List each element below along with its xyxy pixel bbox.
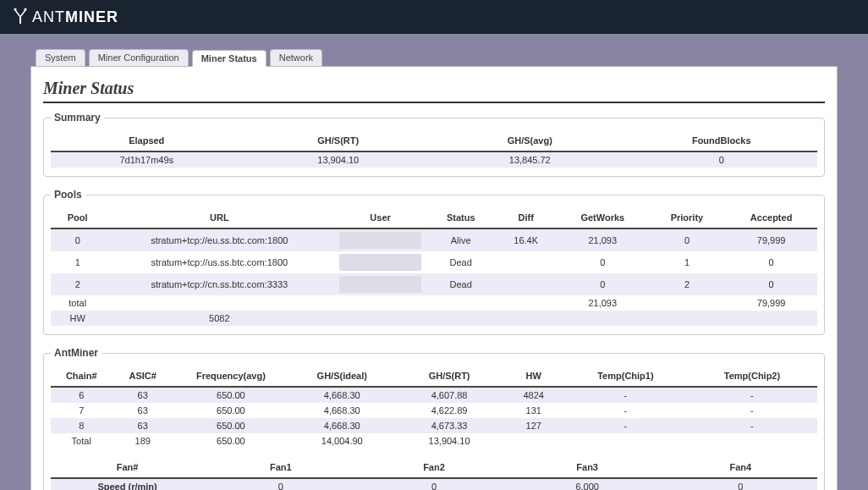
fan-header: Fan# bbox=[51, 457, 204, 478]
pools-cell: 0 bbox=[649, 228, 726, 251]
chain-cell: 4,673.33 bbox=[396, 418, 503, 433]
pools-cell: 0 bbox=[725, 251, 817, 273]
table-row: 663650.004,668.304,607.884824-- bbox=[51, 387, 817, 403]
pools-cell bbox=[495, 295, 556, 311]
pools-cell bbox=[649, 295, 726, 311]
pools-cell: 2 bbox=[649, 273, 726, 295]
svg-point-1 bbox=[24, 8, 26, 10]
pools-table: Pool URL User Status Diff GetWorks Prior… bbox=[51, 207, 817, 326]
fan-row-label: Speed (r/min) bbox=[51, 478, 204, 490]
pools-cell bbox=[426, 311, 496, 326]
chain-header: GH/S(RT) bbox=[396, 366, 503, 387]
tab-bar: System Miner Configuration Miner Status … bbox=[0, 34, 868, 66]
chain-cell: 131 bbox=[503, 403, 563, 418]
fan-header: Fan1 bbox=[204, 457, 357, 478]
chain-cell: 650.00 bbox=[173, 418, 288, 433]
table-row: Speed (r/min) 0 0 6,000 0 bbox=[51, 478, 817, 490]
page-title: Miner Status bbox=[43, 79, 825, 103]
pools-header: Accepted bbox=[725, 207, 817, 228]
antenna-icon bbox=[10, 7, 30, 27]
summary-legend: Summary bbox=[51, 112, 104, 124]
chain-cell: 4824 bbox=[503, 387, 563, 403]
chain-header: HW bbox=[503, 366, 563, 387]
pools-cell bbox=[495, 251, 556, 273]
chain-cell: - bbox=[687, 418, 817, 433]
chain-cell: 650.00 bbox=[173, 403, 288, 418]
pools-cell bbox=[557, 311, 649, 326]
chain-header: GH/S(ideal) bbox=[288, 366, 396, 387]
table-row: 863650.004,668.304,673.33127-- bbox=[51, 418, 817, 433]
pools-cell bbox=[104, 295, 334, 311]
pools-cell: 0 bbox=[557, 273, 649, 295]
chain-cell: 13,904.10 bbox=[396, 433, 503, 449]
content-panel: Miner Status Summary Elapsed GH/S(RT) GH… bbox=[30, 66, 838, 490]
chain-header: Frequency(avg) bbox=[173, 366, 288, 387]
chain-header: Chain# bbox=[51, 366, 112, 387]
pools-header: Priority bbox=[649, 207, 726, 228]
summary-header: FoundBlocks bbox=[626, 130, 818, 151]
chain-cell bbox=[564, 433, 687, 449]
chain-cell: 127 bbox=[503, 418, 563, 433]
pools-cell bbox=[426, 295, 496, 311]
pools-cell bbox=[334, 228, 426, 251]
chain-cell: 6 bbox=[51, 387, 112, 403]
tab-system[interactable]: System bbox=[36, 49, 85, 66]
pools-cell bbox=[495, 311, 556, 326]
chain-cell: 4,607.88 bbox=[396, 387, 503, 403]
pools-cell: stratum+tcp://eu.ss.btc.com:1800 bbox=[104, 228, 334, 251]
chain-cell: - bbox=[687, 387, 817, 403]
summary-header: Elapsed bbox=[51, 130, 243, 151]
fan-cell: 0 bbox=[204, 478, 357, 490]
tab-miner-configuration[interactable]: Miner Configuration bbox=[89, 49, 189, 66]
brand-right: MINER bbox=[65, 8, 118, 26]
pools-cell: stratum+tcp://cn.ss.btc.com:3333 bbox=[104, 273, 334, 295]
fan-header: Fan3 bbox=[511, 457, 664, 478]
chain-cell: 4,668.30 bbox=[288, 403, 396, 418]
summary-header: GH/S(RT) bbox=[243, 130, 435, 151]
pools-cell: HW bbox=[51, 311, 104, 326]
fan-table: Fan# Fan1 Fan2 Fan3 Fan4 Speed (r/min) 0… bbox=[51, 457, 817, 490]
cell-ghs-rt: 13,904.10 bbox=[243, 151, 435, 168]
chain-cell: 7 bbox=[51, 403, 112, 418]
pools-cell: 79,999 bbox=[725, 228, 817, 251]
pools-cell: 79,999 bbox=[725, 295, 817, 311]
chain-cell: 63 bbox=[112, 418, 173, 433]
chain-cell: Total bbox=[51, 433, 112, 449]
table-row: HW5082 bbox=[51, 311, 817, 326]
table-row: 7d1h17m49s 13,904.10 13,845.72 0 bbox=[51, 151, 817, 168]
chain-cell: 189 bbox=[112, 433, 173, 449]
pools-cell: 21,093 bbox=[557, 295, 649, 311]
pools-cell: 1 bbox=[51, 251, 104, 273]
pools-cell bbox=[334, 251, 426, 273]
chain-cell: 14,004.90 bbox=[288, 433, 396, 449]
pools-header: User bbox=[334, 207, 426, 228]
pools-fieldset: Pools Pool URL User Status Diff GetWorks… bbox=[43, 189, 825, 335]
brand-left: ANT bbox=[32, 8, 65, 26]
chain-header: Temp(Chip2) bbox=[687, 366, 817, 387]
pools-cell: stratum+tcp://us.ss.btc.com:1800 bbox=[104, 251, 334, 273]
chain-header: ASIC# bbox=[112, 366, 173, 387]
cell-foundblocks: 0 bbox=[626, 151, 818, 168]
chain-cell: - bbox=[564, 387, 687, 403]
antminer-legend: AntMiner bbox=[51, 347, 102, 359]
chain-cell: 4,668.30 bbox=[288, 418, 396, 433]
pools-cell: 0 bbox=[557, 251, 649, 273]
table-row: Total189650.0014,004.9013,904.10 bbox=[51, 433, 817, 449]
chain-cell bbox=[503, 433, 563, 449]
pools-legend: Pools bbox=[51, 189, 85, 201]
pools-cell bbox=[495, 273, 556, 295]
pools-cell: total bbox=[51, 295, 104, 311]
cell-elapsed: 7d1h17m49s bbox=[51, 151, 243, 168]
chain-cell: 4,622.89 bbox=[396, 403, 503, 418]
table-row: 1stratum+tcp://us.ss.btc.com:1800Dead010 bbox=[51, 251, 817, 273]
tab-network[interactable]: Network bbox=[270, 49, 322, 66]
cell-ghs-avg: 13,845.72 bbox=[434, 151, 626, 168]
chain-cell: 650.00 bbox=[173, 433, 288, 449]
pools-cell bbox=[725, 311, 817, 326]
tab-miner-status[interactable]: Miner Status bbox=[192, 50, 266, 67]
pools-cell bbox=[334, 295, 426, 311]
chain-cell: 4,668.30 bbox=[288, 387, 396, 403]
pools-cell bbox=[334, 273, 426, 295]
pools-cell bbox=[649, 311, 726, 326]
chain-cell: 63 bbox=[112, 387, 173, 403]
